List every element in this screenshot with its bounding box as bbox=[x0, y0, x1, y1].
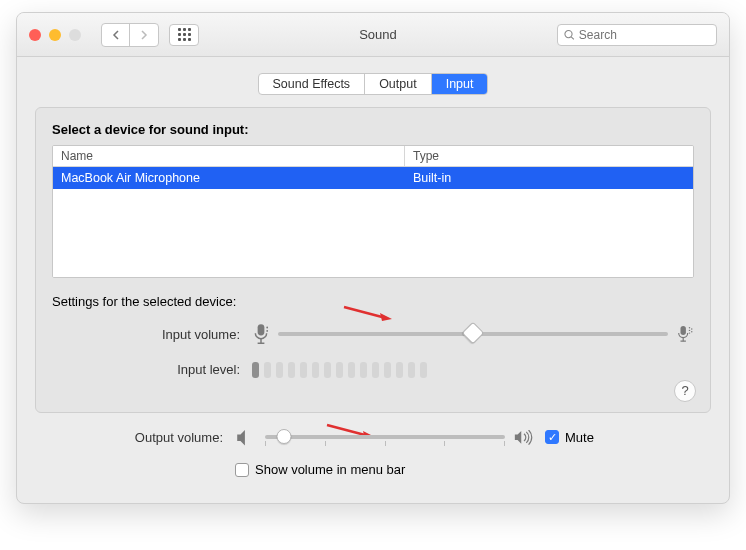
nav-buttons bbox=[101, 23, 159, 47]
svg-point-13 bbox=[689, 330, 690, 331]
content-area: Sound Effects Output Input Select a devi… bbox=[17, 57, 729, 503]
speaker-low-icon bbox=[235, 429, 257, 447]
tab-input[interactable]: Input bbox=[432, 74, 488, 94]
sound-preferences-window: Sound Sound Effects Output Input Select … bbox=[16, 12, 730, 504]
help-button[interactable]: ? bbox=[674, 380, 696, 402]
device-type: Built-in bbox=[405, 167, 693, 189]
svg-rect-4 bbox=[258, 324, 265, 335]
output-volume-slider[interactable] bbox=[235, 429, 535, 447]
input-level-label: Input level: bbox=[52, 362, 252, 377]
titlebar: Sound bbox=[17, 13, 729, 57]
tab-output[interactable]: Output bbox=[365, 74, 432, 94]
header-name[interactable]: Name bbox=[53, 146, 405, 166]
window-controls bbox=[29, 29, 81, 41]
svg-rect-9 bbox=[681, 326, 686, 335]
table-body: MacBook Air Microphone Built-in bbox=[53, 167, 693, 277]
zoom-icon bbox=[69, 29, 81, 41]
mute-control[interactable]: ✓ Mute bbox=[545, 430, 594, 445]
svg-point-12 bbox=[689, 327, 690, 328]
svg-point-16 bbox=[691, 331, 692, 332]
header-type[interactable]: Type bbox=[405, 146, 693, 166]
svg-line-2 bbox=[344, 307, 382, 317]
svg-point-8 bbox=[266, 330, 268, 332]
panel-heading: Select a device for sound input: bbox=[52, 122, 694, 137]
svg-line-1 bbox=[571, 36, 574, 39]
input-level-meter bbox=[252, 362, 427, 378]
tab-sound-effects[interactable]: Sound Effects bbox=[259, 74, 366, 94]
close-icon[interactable] bbox=[29, 29, 41, 41]
mute-label: Mute bbox=[565, 430, 594, 445]
grid-icon bbox=[178, 28, 191, 41]
window-title: Sound bbox=[209, 27, 547, 42]
microphone-high-icon bbox=[676, 325, 694, 343]
annotation-arrow-icon bbox=[342, 305, 392, 321]
output-volume-label: Output volume: bbox=[35, 430, 235, 445]
search-input[interactable] bbox=[579, 28, 710, 42]
input-level-row: Input level: bbox=[52, 362, 694, 378]
table-row[interactable]: MacBook Air Microphone Built-in bbox=[53, 167, 693, 189]
show-in-menubar-checkbox[interactable] bbox=[235, 463, 249, 477]
device-name: MacBook Air Microphone bbox=[53, 167, 405, 189]
input-panel: Select a device for sound input: Name Ty… bbox=[35, 107, 711, 413]
input-volume-label: Input volume: bbox=[52, 327, 252, 342]
minimize-icon[interactable] bbox=[49, 29, 61, 41]
microphone-low-icon bbox=[252, 323, 270, 346]
svg-point-14 bbox=[689, 333, 690, 334]
tab-bar: Sound Effects Output Input bbox=[35, 73, 711, 95]
search-field[interactable] bbox=[557, 24, 717, 46]
search-icon bbox=[564, 29, 575, 41]
svg-point-15 bbox=[691, 329, 692, 330]
forward-button[interactable] bbox=[130, 24, 158, 46]
table-header: Name Type bbox=[53, 146, 693, 167]
back-button[interactable] bbox=[102, 24, 130, 46]
show-in-menubar-label: Show volume in menu bar bbox=[255, 462, 405, 477]
speaker-high-icon bbox=[513, 430, 535, 445]
show-all-button[interactable] bbox=[169, 24, 199, 46]
output-volume-row: Output volume: ✓ Mute bbox=[35, 429, 711, 447]
svg-marker-3 bbox=[380, 313, 392, 321]
svg-point-7 bbox=[266, 327, 268, 329]
menubar-row: Show volume in menu bar bbox=[35, 462, 711, 477]
output-section: Output volume: ✓ Mute bbox=[35, 429, 711, 478]
input-volume-slider[interactable] bbox=[252, 323, 694, 346]
device-table: Name Type MacBook Air Microphone Built-i… bbox=[52, 145, 694, 278]
mute-checkbox[interactable]: ✓ bbox=[545, 430, 559, 444]
svg-point-0 bbox=[565, 30, 572, 37]
input-volume-row: Input volume: bbox=[52, 323, 694, 346]
